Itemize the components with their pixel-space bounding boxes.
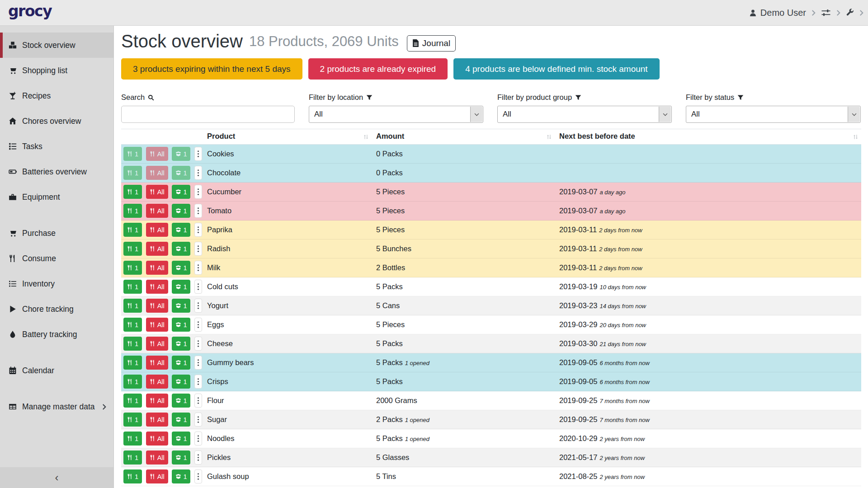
- consume-one-button[interactable]: 1: [123, 375, 142, 389]
- consume-all-button[interactable]: All: [146, 280, 168, 294]
- open-one-button[interactable]: 1: [172, 280, 190, 294]
- open-one-button[interactable]: 1: [172, 469, 190, 483]
- sidebar-item-inventory[interactable]: Inventory: [0, 271, 113, 296]
- consume-one-button[interactable]: 1: [123, 242, 142, 256]
- row-menu-button[interactable]: [194, 432, 202, 446]
- chevron-right-icon[interactable]: [836, 10, 840, 16]
- row-menu-button[interactable]: [194, 394, 202, 408]
- open-one-button[interactable]: 1: [172, 356, 190, 370]
- open-one-button[interactable]: 1: [172, 432, 190, 446]
- journal-button[interactable]: Journal: [407, 35, 456, 52]
- sidebar-item-purchase[interactable]: Purchase: [0, 221, 113, 246]
- consume-one-button[interactable]: 1: [123, 318, 142, 332]
- consume-all-button[interactable]: All: [146, 204, 168, 218]
- row-menu-button[interactable]: [194, 204, 202, 218]
- sidebar-item-battery-tracking[interactable]: Battery tracking: [0, 322, 113, 347]
- consume-all-button[interactable]: All: [146, 469, 168, 483]
- consume-all-button[interactable]: All: [146, 413, 168, 427]
- consume-all-button[interactable]: All: [146, 147, 168, 161]
- consume-one-button[interactable]: 1: [123, 166, 142, 180]
- consume-all-button[interactable]: All: [146, 432, 168, 446]
- consume-one-button[interactable]: 1: [123, 204, 142, 218]
- consume-one-button[interactable]: 1: [123, 147, 142, 161]
- row-menu-button[interactable]: [194, 261, 202, 275]
- open-one-button[interactable]: 1: [172, 242, 190, 256]
- consume-one-button[interactable]: 1: [123, 394, 142, 408]
- consume-all-button[interactable]: All: [146, 299, 168, 313]
- row-menu-button[interactable]: [194, 299, 202, 313]
- row-menu-button[interactable]: [194, 413, 202, 427]
- row-menu-button[interactable]: [194, 356, 202, 370]
- open-one-button[interactable]: 1: [172, 166, 190, 180]
- consume-one-button[interactable]: 1: [123, 261, 142, 275]
- consume-one-button[interactable]: 1: [123, 223, 142, 237]
- sidebar-item-tasks[interactable]: Tasks: [0, 134, 113, 159]
- open-one-button[interactable]: 1: [172, 450, 190, 465]
- open-one-button[interactable]: 1: [172, 147, 190, 161]
- consume-all-button[interactable]: All: [146, 375, 168, 389]
- row-menu-button[interactable]: [194, 242, 202, 256]
- open-one-button[interactable]: 1: [172, 413, 190, 427]
- open-one-button[interactable]: 1: [172, 261, 190, 275]
- sidebar-item-stock-overview[interactable]: Stock overview: [0, 33, 113, 58]
- row-menu-button[interactable]: [194, 337, 202, 351]
- consume-one-button[interactable]: 1: [123, 299, 142, 313]
- consume-one-button[interactable]: 1: [123, 450, 142, 465]
- row-menu-button[interactable]: [194, 318, 202, 332]
- chevron-right-icon[interactable]: [859, 10, 863, 16]
- row-menu-button[interactable]: [194, 469, 202, 483]
- open-one-button[interactable]: 1: [172, 337, 190, 351]
- consume-one-button[interactable]: 1: [123, 413, 142, 427]
- sidebar-item-consume[interactable]: Consume: [0, 246, 113, 271]
- sidebar-item-chores-overview[interactable]: Chores overview: [0, 108, 113, 134]
- consume-one-button[interactable]: 1: [123, 469, 142, 483]
- consume-all-button[interactable]: All: [146, 185, 168, 199]
- below-min-stock-alert[interactable]: 4 products are below defined min. stock …: [453, 58, 659, 80]
- sidebar-item-manage-master-data[interactable]: Manage master data: [0, 394, 113, 419]
- open-one-button[interactable]: 1: [172, 299, 190, 313]
- status-select[interactable]: All: [686, 106, 861, 123]
- row-menu-button[interactable]: [194, 375, 202, 389]
- consume-all-button[interactable]: All: [146, 450, 168, 465]
- product-group-select[interactable]: All: [497, 106, 672, 123]
- open-one-button[interactable]: 1: [172, 204, 190, 218]
- consume-all-button[interactable]: All: [146, 356, 168, 370]
- consume-all-button[interactable]: All: [146, 242, 168, 256]
- consume-one-button[interactable]: 1: [123, 280, 142, 294]
- open-one-button[interactable]: 1: [172, 223, 190, 237]
- sidebar-item-equipment[interactable]: Equipment: [0, 184, 113, 210]
- consume-one-button[interactable]: 1: [123, 432, 142, 446]
- consume-all-button[interactable]: All: [146, 318, 168, 332]
- consume-all-button[interactable]: All: [146, 261, 168, 275]
- expired-alert[interactable]: 2 products are already expired: [308, 58, 448, 80]
- row-menu-button[interactable]: [194, 280, 202, 294]
- sidebar-collapse-button[interactable]: ‹: [0, 467, 113, 488]
- open-one-button[interactable]: 1: [172, 185, 190, 199]
- consume-one-button[interactable]: 1: [123, 185, 142, 199]
- consume-all-button[interactable]: All: [146, 223, 168, 237]
- search-input[interactable]: [121, 106, 295, 123]
- consume-all-button[interactable]: All: [146, 166, 168, 180]
- open-one-button[interactable]: 1: [172, 375, 190, 389]
- open-one-button[interactable]: 1: [172, 318, 190, 332]
- user-menu[interactable]: Demo User: [749, 8, 806, 18]
- open-one-button[interactable]: 1: [172, 394, 190, 408]
- settings-menu[interactable]: [821, 9, 831, 17]
- admin-menu[interactable]: [846, 9, 854, 17]
- consume-one-button[interactable]: 1: [123, 356, 142, 370]
- row-menu-button[interactable]: [194, 450, 202, 465]
- product-column-header[interactable]: Product: [203, 129, 372, 145]
- sidebar-item-recipes[interactable]: Recipes: [0, 83, 113, 108]
- location-select[interactable]: All: [309, 106, 483, 123]
- consume-all-button[interactable]: All: [146, 394, 168, 408]
- row-menu-button[interactable]: [194, 147, 202, 161]
- consume-one-button[interactable]: 1: [123, 337, 142, 351]
- sidebar-item-batteries-overview[interactable]: Batteries overview: [0, 159, 113, 184]
- row-menu-button[interactable]: [194, 223, 202, 237]
- sidebar-item-chore-tracking[interactable]: Chore tracking: [0, 296, 113, 322]
- consume-all-button[interactable]: All: [146, 337, 168, 351]
- chevron-right-icon[interactable]: [811, 10, 816, 16]
- best-before-column-header[interactable]: Next best before date: [555, 129, 861, 145]
- row-menu-button[interactable]: [194, 166, 202, 180]
- sidebar-item-shopping-list[interactable]: Shopping list: [0, 58, 113, 83]
